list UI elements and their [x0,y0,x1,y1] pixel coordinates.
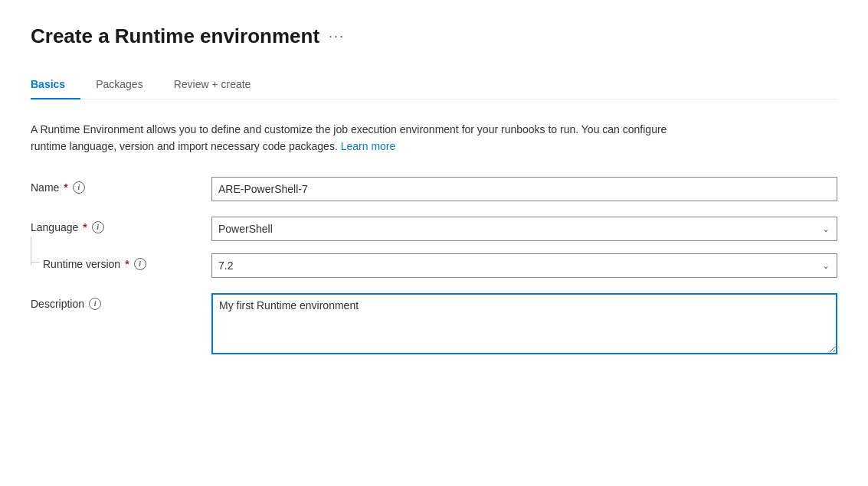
tab-packages[interactable]: Packages [96,70,158,99]
name-label-col: Name * i [31,177,199,194]
name-row: Name * i [31,177,837,201]
description-label-col: Description i [31,293,199,310]
description-input-col [211,293,837,357]
name-info-icon[interactable]: i [73,181,85,194]
language-select[interactable]: PowerShell Python [211,217,837,241]
description-textarea[interactable] [211,293,837,354]
name-input-col [211,177,837,201]
name-required: * [64,181,67,194]
runtime-version-select[interactable]: 7.2 5.1 [211,253,837,278]
language-select-wrapper: PowerShell Python ⌄ [211,217,837,241]
tabs-bar: Basics Packages Review + create [31,70,837,99]
runtime-version-label: Runtime version [43,258,120,270]
description-label: Description [31,298,84,310]
learn-more-link[interactable]: Learn more [341,140,396,152]
language-required: * [83,221,87,233]
language-row: Language * i PowerShell Python ⌄ [31,217,837,241]
description-info-icon[interactable]: i [89,298,101,310]
name-input[interactable] [211,177,837,201]
description-row: Description i [31,293,837,357]
language-label: Language [31,221,78,233]
runtime-input-col: 7.2 5.1 ⌄ [211,253,837,278]
name-label: Name [31,181,59,194]
page-title: Create a Runtime environment [31,24,319,48]
description-paragraph: A Runtime Environment allows you to defi… [31,121,689,155]
language-info-icon[interactable]: i [92,221,104,233]
runtime-required: * [125,258,129,270]
runtime-select-wrapper: 7.2 5.1 ⌄ [211,253,837,278]
runtime-label-col: Runtime version * i [31,253,199,270]
language-label-col: Language * i [31,217,199,233]
page-title-area: Create a Runtime environment ··· [31,24,837,48]
language-input-col: PowerShell Python ⌄ [211,217,837,241]
runtime-version-row: Runtime version * i 7.2 5.1 ⌄ [31,253,837,278]
more-options-icon[interactable]: ··· [329,28,345,44]
runtime-info-icon[interactable]: i [134,258,146,270]
form-section: Name * i Language * i PowerShell Python … [31,177,837,357]
tab-review-create[interactable]: Review + create [174,70,267,99]
tab-basics[interactable]: Basics [31,70,80,99]
